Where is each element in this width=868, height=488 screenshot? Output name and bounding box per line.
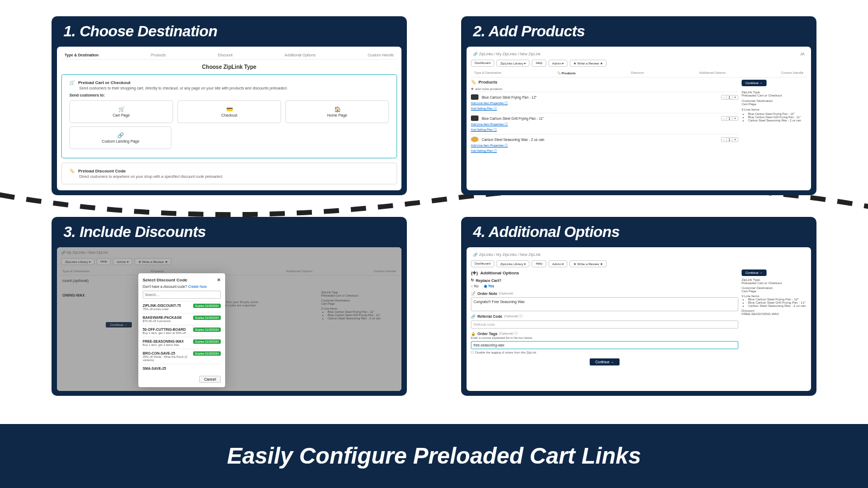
product-row: Blue Carbon Steel Frying Pan - 12"-1+ Ad… <box>471 92 738 113</box>
preload-discount-description: Direct customers to anywhere on your sho… <box>79 175 389 178</box>
help-button[interactable]: Help <box>532 260 546 267</box>
close-icon[interactable]: ✕ <box>217 278 221 282</box>
tab-additional[interactable]: Additional Options <box>285 53 316 57</box>
tab-type-destination[interactable]: Type & Destination <box>474 71 501 75</box>
quantity-stepper[interactable]: -1+ <box>721 116 738 121</box>
product-thumbnail <box>471 137 478 142</box>
discount-option[interactable]: BRO-CON-SAVE-2525% off Skida - What the … <box>143 349 221 364</box>
review-button[interactable]: ★ Write a Review ★ <box>570 260 607 267</box>
preload-cart-description: Send customers to their shopping cart, d… <box>79 86 389 90</box>
continue-button-bottom[interactable]: Continue → <box>590 358 619 365</box>
panel-4-options: 4. Additional Options 🔗 ZipLinks / My Zi… <box>461 217 816 396</box>
discount-option[interactable]: ZIPLINK-DISCOUNT-7575% off entire orderE… <box>143 301 221 313</box>
tab-discount[interactable]: Discount <box>218 53 233 57</box>
add-products-link[interactable]: ✚ add more products <box>471 86 738 92</box>
tab-discount[interactable]: Discount <box>631 71 643 75</box>
destination-home-page[interactable]: 🏠Home Page <box>285 100 389 123</box>
referral-code-input[interactable]: Referral code <box>471 320 738 329</box>
breadcrumb: 🔗 ZipLinks / My ZipLinks / New ZipLinkJA <box>471 51 807 57</box>
tab-custom-handle[interactable]: Custom Handle <box>368 53 394 57</box>
tab-products[interactable]: Products <box>151 53 166 57</box>
order-tags-input[interactable]: free-seasoning-wax <box>471 341 738 349</box>
replace-yes-radio[interactable]: ◉ Yes <box>484 284 494 288</box>
product-row: Blue Carbon Steel Grill Frying Pan - 11"… <box>471 113 738 134</box>
summary-sidebar: Continue → ZipLink TypePreloaded Cart or… <box>742 80 807 155</box>
order-note-label: 📝 Order Note (Optional) <box>471 291 738 296</box>
checkout-icon: 💳 <box>180 106 278 112</box>
discount-option[interactable]: BAKEWARE-PACKAGE$75.00 off 3 productsExp… <box>143 313 221 325</box>
avatar[interactable]: JA <box>800 52 805 56</box>
cart-page-icon: 🛒 <box>72 106 170 112</box>
toolbar: Dashboard ZipLinks Library ▾ Help Admin … <box>471 60 807 67</box>
disable-tagging-checkbox[interactable]: ☐ Disable the tagging of orders from thi… <box>471 351 738 354</box>
order-tags-label: 🔒 Order Tags (Optional) ⓘ <box>471 331 738 336</box>
discount-option[interactable]: SMA-SAVE-25 <box>143 364 221 373</box>
tab-type-destination[interactable]: Type & Destination <box>65 53 99 57</box>
panel-2-products: 2. Add Products 🔗 ZipLinks / My ZipLinks… <box>461 16 816 195</box>
selling-plan-link[interactable]: Add Selling Plan ⓘ <box>471 128 738 132</box>
panel-2-title: 2. Add Products <box>461 16 816 47</box>
selling-plan-link[interactable]: Add Selling Plan ⓘ <box>471 107 738 111</box>
tab-products[interactable]: 🏷️ Products <box>557 71 576 75</box>
order-note-input[interactable]: Congrats!!! Free Seasoning Wax <box>471 297 738 311</box>
product-thumbnail <box>471 94 478 100</box>
continue-button[interactable]: Continue → <box>742 80 767 86</box>
referral-code-label: 🔗 Referral Code (Optional) ⓘ <box>471 314 738 319</box>
additional-options-heading: {✚} Additional Options <box>471 271 738 275</box>
line-item-props-link[interactable]: Add Line Item Properties ⓘ <box>471 144 738 147</box>
choose-type-heading: Choose ZipLink Type <box>61 64 397 70</box>
quantity-stepper[interactable]: -1+ <box>721 137 738 142</box>
discount-option[interactable]: 50-OFF-CUTTING-BOARDBuy 1 item, get 1 it… <box>143 325 221 337</box>
tab-custom-handle[interactable]: Custom Handle <box>781 71 803 75</box>
admin-button[interactable]: Admin ▾ <box>548 260 568 267</box>
discount-option[interactable]: FREE-SEASONING-WAXBuy 1 item, get 2 item… <box>143 337 221 349</box>
create-discount-link[interactable]: Create Now <box>188 285 207 288</box>
panel-3-discounts: 3. Include Discounts 🔗 My ZipLinks / New… <box>52 217 407 396</box>
modal-overlay <box>57 247 401 391</box>
product-row: Carbon Steel Seasoning Wax - 2 oz can-1+… <box>471 134 738 155</box>
line-item-props-link[interactable]: Add Line Item Properties ⓘ <box>471 101 738 105</box>
step-tabs: Type & Destination 🏷️ Products Discount … <box>471 69 807 78</box>
products-heading: 🏷️ Products <box>471 80 738 85</box>
panel-1-title: 1. Choose Destination <box>52 16 407 47</box>
link-icon: 🔗 <box>72 132 169 138</box>
home-icon: 🏠 <box>288 106 386 112</box>
panel-4-title: 4. Additional Options <box>461 217 816 247</box>
replace-cart-label: ↻ Replace Cart? <box>471 278 738 282</box>
destination-checkout[interactable]: 💳Checkout <box>177 100 281 123</box>
panel-1-destination: 1. Choose Destination Type & Destination… <box>52 16 407 195</box>
admin-button[interactable]: Admin ▾ <box>548 60 568 67</box>
dashboard-button[interactable]: Dashboard <box>471 60 494 67</box>
preload-discount-card[interactable]: 🏷️Preload Discount Code Direct customers… <box>61 163 397 184</box>
discount-modal: Select Discount Code✕ Don't have a disco… <box>138 273 225 387</box>
selling-plan-link[interactable]: Add Selling Plan ⓘ <box>471 149 738 153</box>
breadcrumb: 🔗 ZipLinks / My ZipLinks / New ZipLink <box>471 252 807 258</box>
discount-icon: 🏷️ <box>69 169 75 174</box>
footer-tagline: Easily Configure Preloaded Cart Links <box>0 424 868 488</box>
line-item-props-link[interactable]: Add Line Item Properties ⓘ <box>471 123 738 126</box>
quantity-stepper[interactable]: -1+ <box>721 95 738 100</box>
dashboard-button[interactable]: Dashboard <box>471 260 494 267</box>
step-tabs: Type & Destination Products Discount Add… <box>61 51 397 60</box>
replace-no-radio[interactable]: ○ No <box>471 284 478 288</box>
review-button[interactable]: ★ Write a Review ★ <box>570 60 607 67</box>
product-thumbnail <box>471 115 478 121</box>
search-input[interactable] <box>143 291 221 299</box>
send-customers-label: Send customers to: <box>69 93 389 97</box>
preload-cart-card[interactable]: 🛒Preload Cart or Checkout Send customers… <box>61 74 397 158</box>
library-button[interactable]: ZipLinks Library ▾ <box>496 260 529 267</box>
cart-icon: 🛒 <box>69 80 75 85</box>
help-button[interactable]: Help <box>532 60 546 67</box>
library-button[interactable]: ZipLinks Library ▾ <box>496 60 529 67</box>
destination-cart-page[interactable]: 🛒Cart Page <box>69 100 173 123</box>
summary-sidebar: Continue → ZipLink TypePreloaded Cart or… <box>742 269 807 365</box>
destination-custom-landing[interactable]: 🔗Custom Landing Page <box>69 126 171 149</box>
continue-button[interactable]: Continue → <box>742 269 767 276</box>
cancel-button[interactable]: Cancel <box>199 376 221 383</box>
panel-3-title: 3. Include Discounts <box>52 217 407 247</box>
tab-additional[interactable]: Additional Options <box>699 71 726 75</box>
